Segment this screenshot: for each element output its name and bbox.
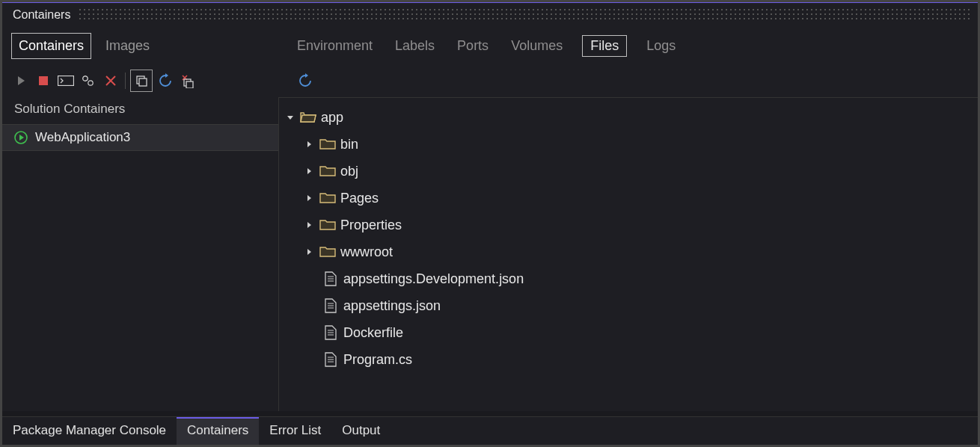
- subtab-logs[interactable]: Logs: [643, 36, 679, 56]
- bottom-tab-containers[interactable]: Containers: [177, 417, 259, 445]
- tree-label: appsettings.Development.json: [343, 271, 524, 287]
- tab-images[interactable]: Images: [99, 34, 156, 58]
- svg-rect-0: [39, 76, 48, 85]
- settings-icon[interactable]: [79, 71, 98, 90]
- files-refresh-icon[interactable]: [295, 71, 315, 90]
- panel-header: Containers: [2, 3, 978, 27]
- folder-icon: [319, 137, 336, 152]
- toolbar-separator: [125, 73, 126, 89]
- tree-folder[interactable]: bin: [279, 131, 978, 158]
- svg-rect-7: [186, 81, 193, 88]
- copy-icon[interactable]: [130, 70, 153, 92]
- start-icon[interactable]: [11, 71, 31, 90]
- svg-point-3: [88, 81, 93, 85]
- folder-icon: [319, 191, 336, 206]
- chevron-right-icon[interactable]: [306, 248, 319, 256]
- tree-folder[interactable]: obj: [279, 158, 978, 185]
- chevron-right-icon[interactable]: [306, 194, 319, 202]
- subtab-labels[interactable]: Labels: [392, 36, 438, 56]
- tree-label: Pages: [340, 191, 379, 206]
- tree-folder[interactable]: wwwroot: [279, 238, 978, 265]
- chevron-right-icon[interactable]: [306, 141, 319, 148]
- svg-rect-1: [58, 76, 74, 86]
- subtab-environment[interactable]: Environment: [294, 36, 376, 56]
- delete-icon[interactable]: [101, 71, 120, 90]
- folder-icon: [319, 218, 336, 232]
- folder-icon: [319, 244, 336, 259]
- refresh-icon[interactable]: [156, 71, 175, 90]
- bottom-tab-output[interactable]: Output: [331, 417, 391, 445]
- tree-label: Program.cs: [343, 352, 412, 368]
- subtab-volumes[interactable]: Volumes: [508, 36, 566, 56]
- subtab-ports[interactable]: Ports: [454, 36, 491, 56]
- bottom-tab-errorlist[interactable]: Error List: [259, 417, 331, 445]
- stop-icon[interactable]: [34, 71, 53, 90]
- tree-file[interactable]: appsettings.json: [279, 292, 978, 319]
- file-icon: [322, 271, 339, 286]
- bottom-tab-bar: Package Manager Console Containers Error…: [2, 416, 978, 445]
- toolbar-row: [2, 64, 978, 97]
- container-name: WebApplication3: [35, 130, 130, 145]
- tree-label: bin: [340, 137, 358, 152]
- tree-folder[interactable]: Properties: [279, 212, 978, 238]
- panel-grip[interactable]: [78, 7, 970, 22]
- sidebar-header: Solution Containers: [2, 97, 278, 124]
- folder-open-icon: [300, 110, 316, 125]
- svg-point-2: [83, 76, 88, 81]
- folder-icon: [319, 164, 336, 179]
- bottom-tab-pmc[interactable]: Package Manager Console: [2, 417, 177, 445]
- tree-label: app: [321, 110, 343, 126]
- running-indicator-icon: [14, 131, 28, 144]
- tree-folder[interactable]: Pages: [279, 185, 978, 212]
- prune-icon[interactable]: [178, 71, 197, 90]
- file-icon: [322, 325, 339, 340]
- tree-file[interactable]: Program.cs: [279, 346, 978, 373]
- tree-label: wwwroot: [340, 244, 393, 260]
- chevron-down-icon[interactable]: [287, 114, 300, 121]
- terminal-icon[interactable]: [56, 71, 76, 90]
- chevron-right-icon[interactable]: [306, 221, 319, 229]
- tree-label: obj: [340, 164, 358, 179]
- tree-label: appsettings.json: [343, 298, 441, 314]
- file-tree[interactable]: app bin obj Pages Properties wwwroot: [279, 97, 978, 411]
- panel-title: Containers: [13, 8, 70, 22]
- tree-label: Properties: [340, 218, 402, 233]
- svg-rect-5: [139, 78, 147, 86]
- tree-label: Dockerfile: [343, 325, 403, 341]
- tree-root[interactable]: app: [279, 104, 978, 131]
- file-icon: [322, 352, 339, 367]
- tab-row: Containers Images Environment Labels Por…: [2, 27, 978, 64]
- tab-containers[interactable]: Containers: [11, 33, 91, 59]
- container-item[interactable]: WebApplication3: [2, 124, 278, 151]
- file-icon: [322, 298, 339, 313]
- subtab-files[interactable]: Files: [582, 35, 627, 57]
- tree-file[interactable]: Dockerfile: [279, 319, 978, 346]
- tree-file[interactable]: appsettings.Development.json: [279, 265, 978, 292]
- chevron-right-icon[interactable]: [306, 167, 319, 175]
- sidebar: Solution Containers WebApplication3: [2, 97, 279, 411]
